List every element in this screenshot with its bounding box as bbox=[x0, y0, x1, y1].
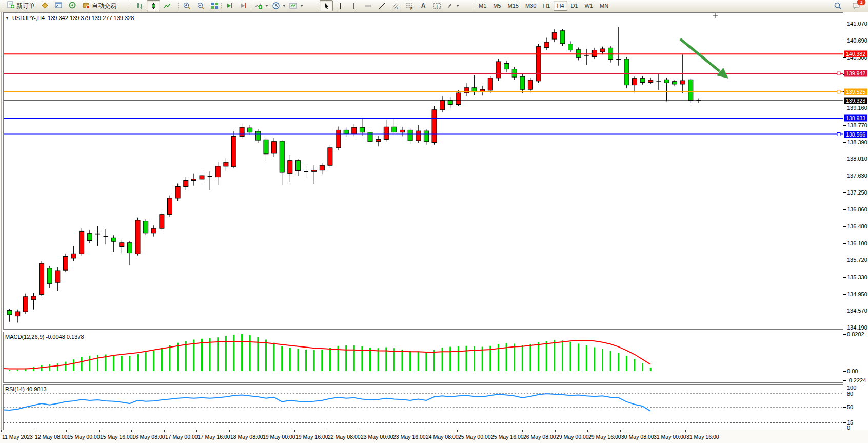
tile-windows-icon bbox=[210, 2, 219, 10]
new-order-label: 新订单 bbox=[16, 2, 35, 10]
time-tick-mark bbox=[262, 430, 262, 432]
notifications-button[interactable]: 1 bbox=[850, 0, 863, 11]
periods-dropdown-caret bbox=[283, 5, 286, 7]
macd-panel[interactable] bbox=[3, 332, 843, 383]
svg-text:F: F bbox=[410, 6, 412, 10]
data-window-button[interactable] bbox=[52, 0, 65, 11]
time-tick-mark bbox=[522, 430, 523, 432]
price-tick-label: 137.630 bbox=[847, 172, 867, 179]
autotrading-label: 自动交易 bbox=[92, 2, 116, 10]
templates-dropdown-caret bbox=[300, 5, 303, 7]
indicators-icon bbox=[254, 2, 263, 10]
time-tick-label: 24 May 08:00 bbox=[426, 434, 459, 440]
equidistant-channel-tool-button[interactable]: E bbox=[389, 0, 402, 11]
time-axis[interactable]: 11 May 202312 May 08:0015 May 00:0015 Ma… bbox=[0, 430, 868, 443]
rsi-name: RSI(14) bbox=[5, 386, 25, 392]
main-chart-panel[interactable] bbox=[3, 12, 843, 330]
drawing-tools-group: E F A T bbox=[316, 0, 461, 11]
time-tick-mark bbox=[685, 430, 686, 432]
rsi-tick-label: 50 bbox=[847, 404, 853, 410]
rsi-panel[interactable] bbox=[3, 384, 843, 430]
text-label-tool-button[interactable]: T bbox=[430, 0, 444, 11]
macd-tick-mark bbox=[843, 371, 846, 372]
price-tick-mark bbox=[843, 243, 846, 244]
time-tick-label: 23 May 16:00 bbox=[393, 434, 426, 440]
time-tick-label: 30 May 08:00 bbox=[621, 434, 654, 440]
price-tick-label: 140.690 bbox=[847, 37, 867, 44]
text-tool-button[interactable]: A bbox=[417, 0, 430, 11]
timeframe-button-w1[interactable]: W1 bbox=[582, 1, 597, 11]
time-tick-label: 26 May 08:00 bbox=[523, 434, 556, 440]
crosshair-icon bbox=[337, 2, 344, 10]
vertical-line-tool-button[interactable] bbox=[347, 0, 361, 11]
horizontal-line-tool-button[interactable] bbox=[361, 0, 374, 11]
price-tick-mark bbox=[843, 41, 846, 41]
svg-text:T: T bbox=[436, 4, 439, 9]
time-tick-label: 15 May 00:00 bbox=[67, 434, 100, 440]
zoom-out-button[interactable] bbox=[194, 0, 207, 11]
candlestick-button[interactable] bbox=[147, 0, 160, 11]
time-tick-mark bbox=[164, 430, 165, 432]
auto-scroll-button[interactable] bbox=[223, 0, 236, 11]
notification-badge: 1 bbox=[857, 0, 865, 5]
chart-title: ▼ USDJPY-,H4 139.342 139.379 139.277 139… bbox=[5, 15, 134, 21]
bar-chart-button[interactable] bbox=[133, 0, 146, 11]
line-chart-button[interactable] bbox=[161, 0, 174, 11]
periods-button[interactable] bbox=[270, 0, 287, 11]
time-tick-label: 31 May 00:00 bbox=[654, 434, 686, 440]
new-order-button[interactable]: 新订单 bbox=[5, 0, 37, 11]
scroll-shift-group bbox=[220, 0, 250, 11]
time-tick-label: 25 May 16:00 bbox=[491, 434, 524, 440]
chart-shift-icon bbox=[240, 2, 248, 10]
fibonacci-tool-button[interactable]: F bbox=[403, 0, 416, 11]
macd-tick-mark bbox=[843, 380, 846, 381]
search-button[interactable] bbox=[831, 0, 844, 11]
cursor-icon bbox=[323, 2, 330, 10]
price-tick-mark bbox=[843, 159, 846, 159]
timeframe-button-m30[interactable]: M30 bbox=[522, 1, 539, 11]
bar-chart-icon bbox=[136, 2, 144, 10]
zoom-in-button[interactable] bbox=[180, 0, 193, 11]
price-tick-label: 136.480 bbox=[847, 223, 867, 229]
crosshair-tool-button[interactable] bbox=[333, 0, 347, 11]
data-window-icon bbox=[54, 1, 63, 11]
price-tick-label: 135.330 bbox=[847, 274, 867, 280]
trendline-tool-button[interactable] bbox=[375, 0, 388, 11]
autotrading-icon bbox=[82, 1, 90, 11]
time-tick-mark bbox=[555, 430, 556, 432]
timeframe-button-mn[interactable]: MN bbox=[597, 1, 611, 11]
templates-button[interactable] bbox=[288, 0, 305, 11]
timeframe-button-d1[interactable]: D1 bbox=[568, 1, 581, 11]
indicator-group bbox=[249, 0, 305, 11]
time-tick-label: 29 May 16:00 bbox=[588, 434, 621, 440]
clock-icon bbox=[272, 2, 280, 10]
price-tick-label: 136.100 bbox=[847, 240, 867, 246]
price-tick-label: 134.570 bbox=[847, 307, 867, 314]
macd-tick-label: 0.00 bbox=[847, 368, 858, 374]
time-tick-label: 17 May 16:00 bbox=[198, 434, 230, 440]
time-tick-label: 12 May 08:00 bbox=[35, 434, 68, 440]
text-label-icon: T bbox=[433, 2, 441, 10]
timeframe-button-h1[interactable]: H1 bbox=[540, 1, 553, 11]
time-tick-label: 18 May 08:00 bbox=[230, 434, 263, 440]
search-icon bbox=[834, 2, 842, 10]
timeframe-button-h4[interactable]: H4 bbox=[554, 1, 567, 11]
chart-shift-button[interactable] bbox=[237, 0, 250, 11]
cursor-tool-button[interactable] bbox=[320, 0, 333, 11]
timeframe-button-m1[interactable]: M1 bbox=[476, 1, 489, 11]
market-watch-button[interactable] bbox=[38, 0, 51, 11]
macd-name: MACD(12,26,9) bbox=[5, 334, 44, 340]
macd-tick-label: -0.2224 bbox=[847, 377, 866, 383]
price-tick-mark bbox=[843, 24, 846, 24]
navigator-button[interactable] bbox=[66, 0, 79, 11]
arrows-tool-button[interactable] bbox=[444, 0, 461, 11]
time-tick-label: 29 May 00:00 bbox=[556, 434, 589, 440]
autotrading-button[interactable]: 自动交易 bbox=[80, 0, 119, 11]
indicators-button[interactable] bbox=[253, 0, 270, 11]
time-tick-mark bbox=[327, 430, 327, 432]
rsi-tick-label: 100 bbox=[847, 384, 856, 391]
timeframe-button-m15[interactable]: M15 bbox=[505, 1, 522, 11]
price-tick-mark bbox=[843, 176, 846, 176]
timeframe-button-m5[interactable]: M5 bbox=[490, 1, 504, 11]
one-click-trading-expander[interactable]: ▼ bbox=[5, 16, 9, 21]
